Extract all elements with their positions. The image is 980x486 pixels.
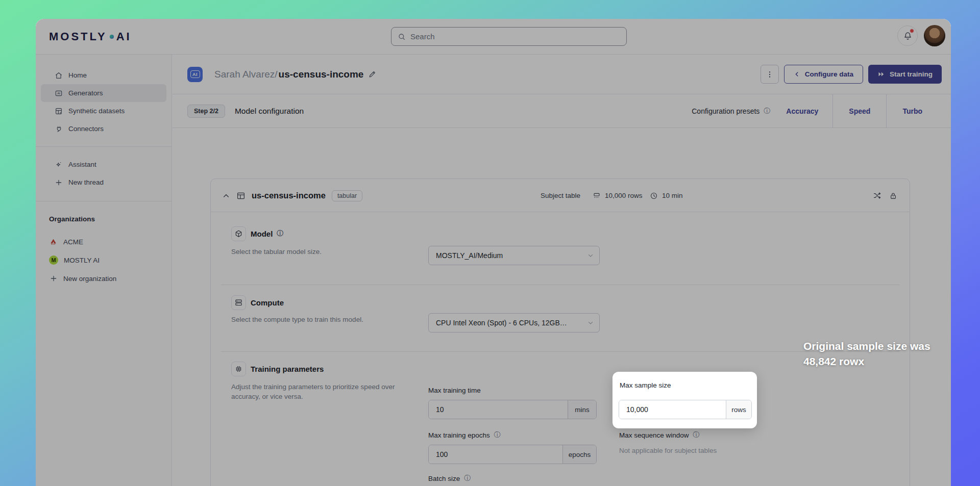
generator-name: us-census-income xyxy=(279,69,364,80)
training-section-title: Training parameters xyxy=(251,364,324,374)
max-sample-size-unit: rows xyxy=(726,400,751,419)
sidebar-item-org-acme[interactable]: ACME ACME xyxy=(36,233,172,251)
compute-select[interactable]: CPU Intel Xeon (Spot) - 6 CPUs, 12GB… xyxy=(428,313,600,332)
max-sample-size-input[interactable] xyxy=(619,400,726,419)
sidebar-item-new-organization[interactable]: New organization xyxy=(36,269,172,288)
generators-icon: AI xyxy=(54,89,63,97)
tooltip-line-2: 48,842 rowx xyxy=(803,354,930,369)
training-parameters-icon xyxy=(231,362,246,376)
presets-label: Configuration presets xyxy=(692,107,760,115)
sidebar-item-label: Home xyxy=(68,71,87,79)
sidebar-item-assistant[interactable]: Assistant xyxy=(41,156,166,173)
row-count: 10,000 rows xyxy=(593,179,643,212)
search-bar[interactable] xyxy=(391,27,627,46)
configuration-presets: Configuration presets ⓘ Accuracy Speed T… xyxy=(692,94,922,127)
max-sample-size-spotlight: Max sample size rows xyxy=(612,372,757,428)
sidebar-divider xyxy=(36,201,172,201)
preset-accuracy[interactable]: Accuracy xyxy=(770,107,832,115)
chevron-left-icon xyxy=(794,71,800,78)
table-icon xyxy=(236,191,246,200)
info-icon[interactable]: ⓘ xyxy=(764,107,770,116)
max-sequence-window-label: Max sequence windowⓘ xyxy=(619,431,700,439)
logo-dot-icon xyxy=(110,35,114,39)
sidebar-item-label: Synthetic datasets xyxy=(68,107,125,115)
section-divider xyxy=(221,351,899,352)
sidebar-item-org-mostly-ai[interactable]: M MOSTLY AI xyxy=(36,251,172,269)
max-sequence-window-note: Not applicable for subject tables xyxy=(619,447,717,454)
model-icon xyxy=(231,226,246,241)
info-icon[interactable]: ⓘ xyxy=(693,430,700,440)
info-icon[interactable]: ⓘ xyxy=(494,430,501,440)
more-options-button[interactable] xyxy=(761,65,779,84)
info-icon[interactable]: ⓘ xyxy=(464,474,471,483)
mostly-ai-org-icon: M xyxy=(49,255,58,265)
notifications-button[interactable] xyxy=(897,25,918,46)
compute-icon xyxy=(231,295,246,310)
configure-data-label: Configure data xyxy=(805,70,853,78)
configure-data-button[interactable]: Configure data xyxy=(784,65,863,84)
rows-icon xyxy=(593,192,601,200)
max-training-time-field: mins xyxy=(428,400,597,419)
preset-turbo[interactable]: Turbo xyxy=(887,107,922,115)
model-section-desc: Select the tabular model size. xyxy=(231,247,322,257)
synthetic-datasets-icon xyxy=(54,107,63,115)
tooltip-line-1: Original sample size was xyxy=(803,339,930,354)
model-select[interactable]: MOSTLY_AI/Medium xyxy=(428,246,600,265)
spotlight-tooltip: Original sample size was 48,842 rowx xyxy=(803,339,930,369)
subject-table-label: Subject table xyxy=(541,179,580,212)
collapse-chevron-up-icon[interactable] xyxy=(222,192,230,200)
top-bar: MOSTLY AI xyxy=(36,19,951,55)
info-icon[interactable]: ⓘ xyxy=(277,229,283,238)
max-training-time-input[interactable] xyxy=(429,400,568,419)
logo-text-right: AI xyxy=(116,30,132,43)
home-icon xyxy=(54,71,63,80)
shuffle-icon[interactable] xyxy=(873,191,881,200)
batch-size-label: Batch sizeⓘ xyxy=(428,474,471,482)
search-icon xyxy=(398,33,406,41)
chevron-down-icon xyxy=(587,319,594,326)
user-avatar[interactable] xyxy=(924,25,945,46)
sidebar-item-new-thread[interactable]: New thread xyxy=(41,173,166,191)
desktop-background: MOSTLY AI Home xyxy=(0,0,980,486)
org-item-label: ACME xyxy=(63,238,83,246)
max-sample-size-field: rows xyxy=(619,400,752,419)
compute-select-value: CPU Intel Xeon (Spot) - 6 CPUs, 12GB… xyxy=(436,319,567,327)
step-badge: Step 2/2 xyxy=(187,105,225,118)
svg-text:ACME: ACME xyxy=(51,243,55,245)
training-section-desc: Adjust the training parameters to priori… xyxy=(231,382,405,401)
lock-icon[interactable] xyxy=(889,192,897,200)
max-training-epochs-label: Max training epochsⓘ xyxy=(428,431,501,439)
preset-speed[interactable]: Speed xyxy=(833,107,886,115)
section-divider xyxy=(221,285,899,285)
plus-icon xyxy=(49,274,58,283)
chevron-down-icon xyxy=(587,252,594,259)
max-training-epochs-input[interactable] xyxy=(429,445,562,464)
sidebar-item-label: Assistant xyxy=(68,161,96,168)
edit-name-icon[interactable] xyxy=(368,70,377,79)
sidebar-item-synthetic-datasets[interactable]: Synthetic datasets xyxy=(41,102,166,120)
max-training-time-label: Max training time xyxy=(428,386,481,394)
mostly-ai-logo: MOSTLY AI xyxy=(49,19,132,55)
sidebar-item-label: Connectors xyxy=(68,125,104,133)
sidebar-item-connectors[interactable]: Connectors xyxy=(41,120,166,138)
logo-text-left: MOSTLY xyxy=(49,30,107,43)
training-duration: 10 min xyxy=(650,179,683,212)
sidebar-item-home[interactable]: Home xyxy=(41,66,166,84)
sidebar: Home AI Generators Synthetic datasets Co… xyxy=(36,55,172,486)
page-title: Sarah Alvarez/us-census-income xyxy=(214,69,377,80)
max-training-epochs-unit: epochs xyxy=(562,445,596,464)
owner-name: Sarah Alvarez/ xyxy=(214,69,278,80)
notification-badge xyxy=(910,29,914,33)
start-training-label: Start training xyxy=(890,70,933,78)
sidebar-item-generators[interactable]: AI Generators xyxy=(41,84,166,102)
table-type-badge: tabular xyxy=(332,190,362,201)
search-input[interactable] xyxy=(410,32,620,41)
acme-logo-icon: ACME xyxy=(49,238,58,246)
sidebar-item-label: New thread xyxy=(68,178,104,186)
clock-icon xyxy=(650,192,658,200)
start-training-button[interactable]: Start training xyxy=(868,65,942,84)
assistant-sparkle-icon xyxy=(54,160,63,169)
org-item-label: MOSTLY AI xyxy=(64,257,100,264)
generator-type-icon: AI xyxy=(187,67,203,82)
table-config-card: us-census-income tabular Subject table 1… xyxy=(210,178,910,486)
